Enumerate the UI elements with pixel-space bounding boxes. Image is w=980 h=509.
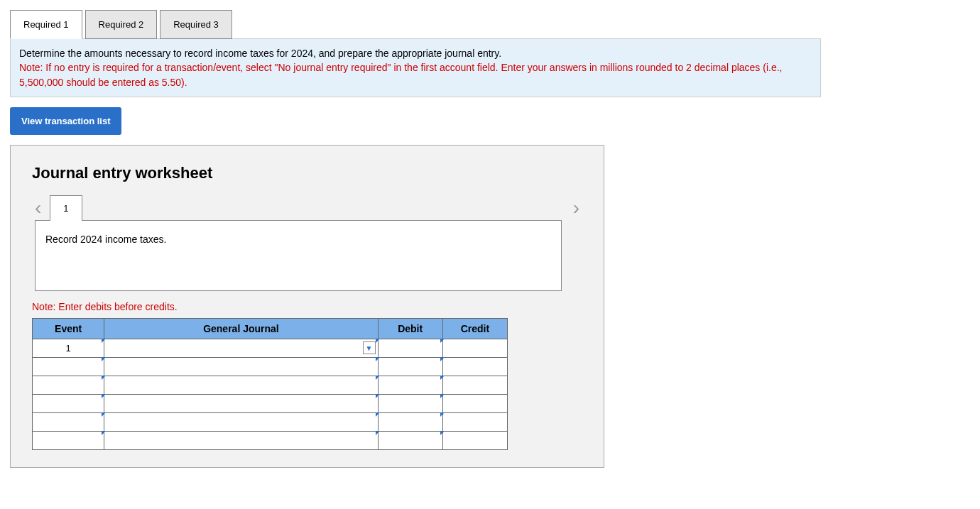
- header-event: Event: [33, 318, 104, 339]
- header-credit: Credit: [442, 318, 507, 339]
- view-transaction-list-button[interactable]: View transaction list: [10, 107, 121, 135]
- journal-entry-worksheet: Journal entry worksheet ‹ 1 › Record 202…: [10, 145, 604, 468]
- table-row: [33, 431, 508, 449]
- general-journal-cell[interactable]: [104, 431, 378, 449]
- requirement-tabs: Required 1 Required 2 Required 3: [10, 10, 821, 39]
- header-general-journal: General Journal: [104, 318, 378, 339]
- debit-cell[interactable]: [378, 376, 442, 394]
- event-cell: [33, 357, 104, 376]
- debit-cell[interactable]: [378, 357, 442, 376]
- credit-cell[interactable]: [442, 431, 507, 449]
- instructions-panel: Determine the amounts necessary to recor…: [10, 38, 821, 97]
- event-cell: [33, 394, 104, 412]
- tab-required-2[interactable]: Required 2: [85, 10, 158, 39]
- table-row: [33, 394, 508, 412]
- table-row: [33, 357, 508, 376]
- credit-cell[interactable]: [442, 376, 507, 394]
- debit-cell[interactable]: [378, 431, 442, 449]
- table-row: [33, 412, 508, 431]
- credit-cell[interactable]: [442, 412, 507, 431]
- general-journal-cell[interactable]: [104, 357, 378, 376]
- credit-cell[interactable]: [442, 339, 507, 357]
- table-row: [33, 376, 508, 394]
- event-cell: [33, 431, 104, 449]
- event-cell: [33, 376, 104, 394]
- general-journal-cell[interactable]: [104, 394, 378, 412]
- journal-entry-table: Event General Journal Debit Credit 1▼: [32, 318, 508, 450]
- debit-cell[interactable]: [378, 394, 442, 412]
- dropdown-caret-icon[interactable]: ▼: [363, 341, 376, 354]
- general-journal-cell[interactable]: ▼: [104, 339, 378, 357]
- debit-cell[interactable]: [378, 339, 442, 357]
- credit-cell[interactable]: [442, 357, 507, 376]
- event-cell: [33, 412, 104, 431]
- table-row: 1▼: [33, 339, 508, 357]
- worksheet-title: Journal entry worksheet: [32, 164, 582, 182]
- instructions-note: Note: If no entry is required for a tran…: [19, 62, 782, 87]
- general-journal-cell[interactable]: [104, 376, 378, 394]
- event-cell: 1: [33, 339, 104, 357]
- tab-required-1[interactable]: Required 1: [10, 10, 82, 39]
- entry-step-tab-1[interactable]: 1: [50, 195, 82, 221]
- entry-description: Record 2024 income taxes.: [35, 220, 562, 291]
- prev-entry-arrow[interactable]: ‹: [32, 197, 44, 219]
- tab-required-3[interactable]: Required 3: [160, 10, 232, 39]
- debit-cell[interactable]: [378, 412, 442, 431]
- instructions-main: Determine the amounts necessary to recor…: [19, 48, 501, 59]
- debits-before-credits-note: Note: Enter debits before credits.: [32, 301, 582, 312]
- credit-cell[interactable]: [442, 394, 507, 412]
- next-entry-arrow[interactable]: ›: [570, 197, 582, 219]
- header-debit: Debit: [378, 318, 442, 339]
- general-journal-cell[interactable]: [104, 412, 378, 431]
